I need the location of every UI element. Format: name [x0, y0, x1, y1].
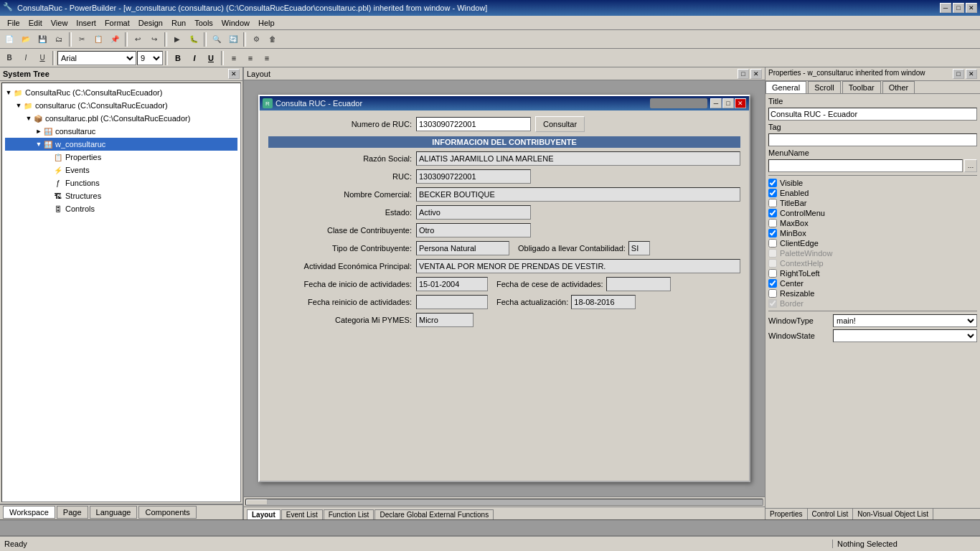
debug-btn[interactable]: 🐛	[186, 32, 202, 47]
close-button[interactable]: ✕	[966, 3, 977, 13]
undo-btn[interactable]: ↩	[130, 32, 146, 47]
menu-window[interactable]: Window	[217, 17, 254, 29]
bold-format-btn[interactable]: B	[170, 50, 186, 66]
tab-event-list[interactable]: Event List	[281, 509, 323, 519]
props-close-btn[interactable]: ✕	[966, 69, 977, 79]
ruc-input[interactable]	[416, 117, 531, 131]
check-resizable[interactable]	[768, 289, 777, 298]
menu-edit[interactable]: Edit	[24, 17, 47, 29]
windowtype-select[interactable]: main! child! popup! response!	[833, 314, 977, 327]
props-bottom-tab-controllist[interactable]: Control List	[808, 509, 854, 519]
prop-input-title[interactable]	[768, 108, 977, 121]
check-titlebar[interactable]	[768, 199, 777, 207]
input-estado[interactable]	[416, 205, 531, 220]
tab-language[interactable]: Language	[90, 506, 138, 519]
font-size-select[interactable]: 9 10 12	[137, 51, 163, 65]
menu-format[interactable]: Format	[100, 17, 134, 29]
tab-declare-global[interactable]: Declare Global External Functions	[374, 509, 494, 519]
run-btn[interactable]: ▶	[169, 32, 185, 47]
props-tab-general[interactable]: General	[765, 81, 806, 93]
input-ruc-field[interactable]	[416, 169, 531, 184]
windowstate-select[interactable]: normal! maximized! minimized!	[833, 329, 977, 342]
underline-btn[interactable]: U	[34, 50, 50, 66]
input-fecha-inicio[interactable]	[416, 277, 488, 291]
consultar-btn[interactable]: Consultar	[535, 116, 585, 132]
check-center[interactable]	[768, 279, 777, 288]
input-actividad[interactable]	[416, 259, 740, 273]
font-name-select[interactable]: Arial	[57, 51, 136, 65]
input-tipo[interactable]	[416, 241, 509, 255]
props-tab-scroll[interactable]: Scroll	[808, 81, 841, 93]
tab-page[interactable]: Page	[57, 506, 88, 519]
menu-tools[interactable]: Tools	[190, 17, 217, 29]
props-maximize-btn[interactable]: □	[953, 69, 964, 79]
menu-design[interactable]: Design	[134, 17, 167, 29]
align-center-btn[interactable]: ≡	[242, 50, 258, 66]
layout-maximize-btn[interactable]: □	[738, 69, 749, 79]
find-btn[interactable]: 🔍	[209, 32, 225, 47]
menu-file[interactable]: File	[3, 17, 24, 29]
prop-input-tag[interactable]	[768, 133, 977, 146]
prop-input-menuname[interactable]	[768, 159, 963, 172]
layout-scrollbar-h[interactable]	[244, 496, 765, 507]
check-controlmenu[interactable]	[768, 209, 777, 217]
tree-node-functions[interactable]: ƒ Functions	[5, 176, 237, 189]
input-razon-social[interactable]	[416, 151, 740, 166]
menu-help[interactable]: Help	[254, 17, 279, 29]
tab-components[interactable]: Components	[138, 506, 196, 519]
tree-node-consultaruc[interactable]: ▼ 📁 ConsultaRuc (C:\ConsultaRucEcuador)	[5, 86, 237, 99]
check-clientedge[interactable]	[768, 239, 777, 248]
tree-node-consultaruc-window[interactable]: ► 🪟 consultaruc	[5, 125, 237, 138]
panel-close-btn[interactable]: ✕	[228, 69, 240, 79]
input-obligado[interactable]	[628, 241, 650, 255]
check-minbox[interactable]	[768, 229, 777, 237]
delete-btn[interactable]: 🗑	[265, 32, 281, 47]
check-visible[interactable]	[768, 179, 777, 187]
tab-layout[interactable]: Layout	[247, 509, 281, 519]
tree-node-properties[interactable]: 📋 Properties	[5, 151, 237, 164]
save-btn[interactable]: 💾	[34, 32, 50, 47]
input-clase[interactable]	[416, 223, 531, 237]
dialog-minimize-btn[interactable]: ─	[710, 98, 722, 108]
input-nombre-comercial[interactable]	[416, 187, 740, 202]
align-right-btn[interactable]: ≡	[259, 50, 275, 66]
tree-node-structures[interactable]: 🏗 Structures	[5, 189, 237, 202]
align-left-btn[interactable]: ≡	[226, 50, 242, 66]
tab-function-list[interactable]: Function List	[324, 509, 374, 519]
input-categoria[interactable]	[416, 313, 473, 327]
check-righttoleft[interactable]	[768, 269, 777, 278]
expand-icon-2[interactable]: ▼	[25, 115, 32, 122]
dialog-maximize-btn[interactable]: □	[722, 98, 734, 108]
scroll-thumb[interactable]	[246, 499, 268, 505]
props-bottom-tab-nonvisual[interactable]: Non-Visual Object List	[853, 509, 933, 519]
paste-btn[interactable]: 📌	[107, 32, 123, 47]
check-maxbox[interactable]	[768, 219, 777, 227]
props-tab-toolbar[interactable]: Toolbar	[842, 81, 881, 93]
save-all-btn[interactable]: 🗂	[51, 32, 67, 47]
open-btn[interactable]: 📂	[18, 32, 34, 47]
tree-node-w-consultaruc[interactable]: ▼ 🪟 w_consultaruc	[5, 138, 237, 151]
check-contexthelp[interactable]	[768, 259, 777, 268]
new-btn[interactable]: 📄	[1, 32, 17, 47]
menu-view[interactable]: View	[47, 17, 72, 29]
redo-btn[interactable]: ↪	[146, 32, 162, 47]
dialog-close-btn[interactable]: ✕	[735, 98, 746, 108]
tree-node-controls[interactable]: 🎛 Controls	[5, 202, 237, 215]
tree-node-consultaruc-inner[interactable]: ▼ 📁 consultaruc (C:\ConsultaRucEcuador)	[5, 99, 237, 112]
layout-close-btn[interactable]: ✕	[750, 69, 762, 79]
check-enabled[interactable]	[768, 189, 777, 197]
prop-btn[interactable]: ⚙	[248, 32, 264, 47]
expand-icon-3a[interactable]: ►	[35, 128, 42, 135]
props-bottom-tab-properties[interactable]: Properties	[765, 509, 808, 519]
bold-btn[interactable]: B	[1, 50, 17, 66]
replace-btn[interactable]: 🔄	[225, 32, 241, 47]
props-tab-other[interactable]: Other	[882, 81, 915, 93]
minimize-button[interactable]: ─	[940, 3, 951, 13]
italic-format-btn[interactable]: I	[187, 50, 202, 66]
input-fecha-reinicio[interactable]	[416, 295, 488, 309]
expand-icon-3b[interactable]: ▼	[35, 141, 42, 148]
input-fecha-actualizacion[interactable]	[571, 295, 636, 309]
menuname-browse-btn[interactable]: …	[964, 159, 977, 172]
expand-icon-0[interactable]: ▼	[5, 89, 12, 96]
tree-node-events[interactable]: ⚡ Events	[5, 164, 237, 176]
